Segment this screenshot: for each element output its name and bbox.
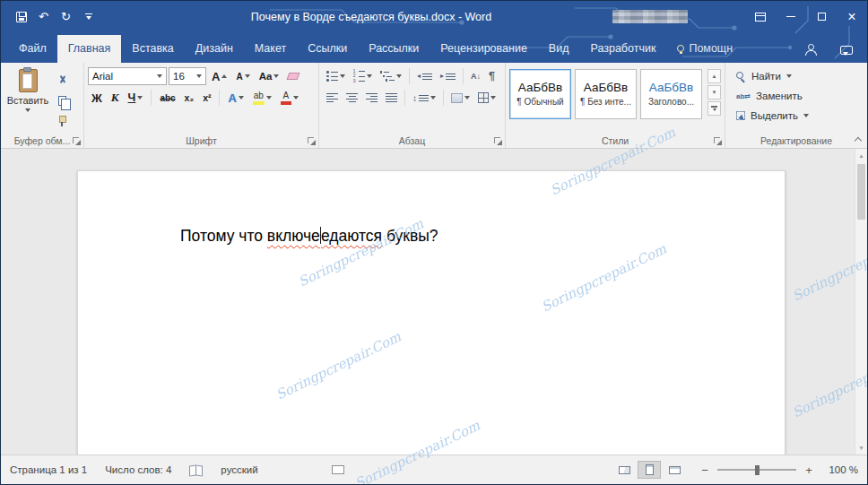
chevron-down-icon [25, 108, 30, 112]
document-page[interactable]: Потому что включеедаются буквы? [77, 170, 786, 455]
macro-record-icon[interactable] [332, 465, 344, 474]
styles-scroll-up-button[interactable]: ▲ [707, 69, 721, 83]
word-count[interactable]: Число слов: 4 [105, 464, 171, 475]
strikethrough-button[interactable]: abc [156, 89, 178, 107]
tab-layout[interactable]: Макет [244, 35, 297, 63]
window-header: ↶ ↻ Почему в Ворде съедаются буквы.docx … [1, 1, 867, 63]
close-button[interactable]: × [837, 1, 867, 32]
font-color-button[interactable]: А [277, 89, 302, 107]
shading-button[interactable] [447, 89, 473, 107]
italic-button[interactable]: К [108, 89, 123, 107]
zoom-in-button[interactable]: + [804, 463, 813, 477]
align-left-button[interactable] [323, 89, 342, 107]
tab-home[interactable]: Главная [57, 35, 122, 63]
zoom-out-button[interactable]: − [700, 463, 709, 477]
undo-button[interactable]: ↶ [32, 6, 55, 28]
clipboard-small-buttons [51, 67, 73, 133]
zoom-percentage[interactable]: 100 % [824, 464, 858, 475]
multilevel-list-button[interactable] [377, 67, 406, 85]
print-layout-button[interactable] [638, 461, 661, 479]
numbering-button[interactable] [350, 67, 376, 85]
tab-review[interactable]: Рецензирование [430, 35, 538, 63]
borders-button[interactable] [474, 89, 499, 107]
comment-icon[interactable] [840, 46, 853, 55]
user-account-icon[interactable] [804, 44, 817, 56]
font-size-select[interactable]: 16 [169, 67, 206, 85]
align-right-button[interactable] [362, 89, 381, 107]
read-mode-button[interactable] [612, 461, 636, 479]
maximize-button[interactable] [806, 1, 837, 32]
ribbon-display-options-button[interactable] [745, 1, 776, 32]
style-normal[interactable]: АаБбВв ¶ Обычный [509, 69, 571, 119]
tab-design[interactable]: Дизайн [185, 35, 244, 63]
tab-file[interactable]: Файл [8, 35, 57, 63]
highlight-icon: ab [253, 91, 265, 105]
redo-button[interactable]: ↻ [55, 6, 77, 28]
web-layout-button[interactable] [663, 461, 686, 479]
shrink-font-icon: А [236, 72, 242, 82]
subscript-button[interactable]: х₂ [181, 89, 198, 107]
style-no-spacing[interactable]: АаБбВв ¶ Без инте... [575, 69, 637, 119]
style-heading[interactable]: АаБбВв Заголово... [640, 69, 702, 119]
tab-help-assistant[interactable]: Помощн [666, 35, 743, 63]
save-icon [16, 12, 27, 22]
scrollbar-thumb[interactable] [857, 164, 865, 220]
styles-more-button[interactable] [707, 101, 721, 116]
scroll-up-icon[interactable]: ▲ [858, 149, 864, 162]
line-spacing-button[interactable]: ↕ [409, 89, 439, 107]
find-button[interactable]: Найти [733, 67, 864, 85]
align-right-icon [366, 93, 378, 102]
copy-button[interactable] [51, 91, 73, 109]
minimize-button[interactable] [776, 1, 806, 32]
ribbon: Вставить Буфер обм... Arial 16 [1, 63, 867, 149]
justify-button[interactable] [382, 89, 401, 107]
clear-formatting-button[interactable] [284, 67, 302, 85]
font-dialog-launcher[interactable] [308, 137, 316, 145]
vertical-scrollbar[interactable]: ▲ ▼ [855, 149, 867, 455]
styles-scroll-down-button[interactable]: ▼ [707, 85, 721, 100]
styles-scroll-column: ▲ ▼ [707, 69, 721, 116]
shrink-font-button[interactable]: А [232, 67, 253, 85]
replace-button[interactable]: ab⇄ Заменить [733, 87, 864, 105]
tab-mailings[interactable]: Рассылки [358, 35, 430, 63]
tab-developer[interactable]: Разработчик [579, 35, 666, 63]
decrease-indent-button[interactable]: ◂ [413, 67, 436, 85]
tab-view[interactable]: Вид [538, 35, 580, 63]
web-layout-icon [669, 466, 681, 474]
change-case-button[interactable]: Аа [256, 67, 283, 85]
clipboard-dialog-launcher[interactable] [73, 137, 81, 145]
select-button[interactable]: Выделить [733, 107, 864, 125]
save-button[interactable] [10, 6, 32, 28]
bullets-button[interactable] [323, 67, 349, 85]
text-effects-button[interactable]: А [224, 89, 247, 107]
font-name-select[interactable]: Arial [88, 67, 167, 85]
chevron-down-icon [786, 74, 792, 78]
superscript-button[interactable]: х² [199, 89, 214, 107]
tab-references[interactable]: Ссылки [297, 35, 358, 63]
align-center-button[interactable] [343, 89, 361, 107]
language-indicator[interactable]: русский [221, 464, 257, 475]
increase-indent-button[interactable]: ▸ [437, 67, 459, 85]
paste-button[interactable]: Вставить [4, 67, 51, 133]
cut-button[interactable] [51, 71, 73, 89]
zoom-slider[interactable] [717, 469, 796, 471]
subscript-icon: х₂ [185, 92, 195, 103]
scroll-down-icon[interactable]: ▼ [858, 441, 864, 455]
text-effects-icon: А [228, 91, 236, 105]
proofing-status-icon[interactable] [189, 465, 203, 475]
highlight-button[interactable]: ab [249, 89, 275, 107]
grow-font-button[interactable]: А [208, 67, 230, 85]
format-painter-button[interactable] [51, 112, 73, 130]
undo-icon: ↶ [39, 11, 48, 22]
paragraph-dialog-launcher[interactable] [494, 137, 502, 145]
customize-quick-access-button[interactable] [77, 6, 100, 28]
page-indicator[interactable]: Страница 1 из 1 [10, 464, 87, 475]
sort-button[interactable]: А↓ [467, 67, 484, 85]
underline-button[interactable]: Ч [125, 89, 147, 107]
chevron-down-icon [266, 96, 272, 100]
zoom-slider-thumb[interactable] [755, 465, 760, 475]
styles-dialog-launcher[interactable] [714, 137, 722, 145]
show-formatting-marks-button[interactable]: ¶ [485, 67, 499, 85]
bold-button[interactable]: Ж [88, 89, 106, 107]
tab-insert[interactable]: Вставка [121, 35, 184, 63]
